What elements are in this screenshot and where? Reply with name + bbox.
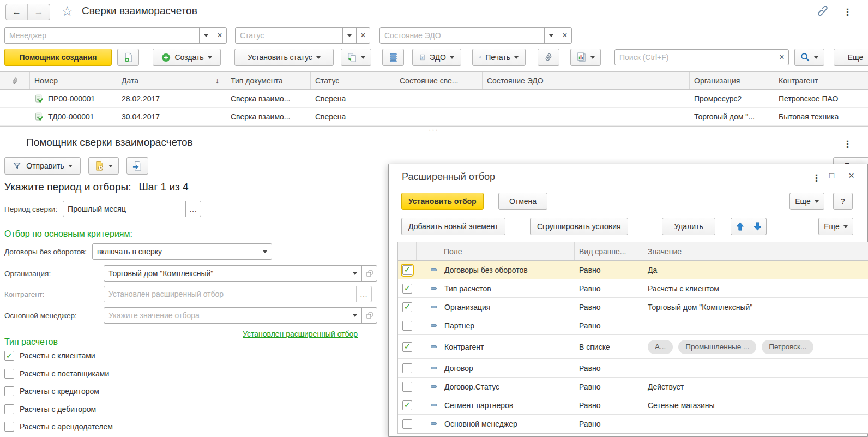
manager-filter-dropdown[interactable] (199, 28, 213, 43)
column-header-edo-state[interactable]: Состояние ЭДО (483, 72, 690, 89)
organization-input[interactable] (104, 266, 348, 281)
column-header-doc-type[interactable]: Тип документа (226, 72, 311, 89)
search-box[interactable]: × (614, 49, 789, 65)
close-icon[interactable]: × (848, 170, 854, 182)
move-up-button[interactable] (731, 218, 749, 235)
column-header-recon-state[interactable]: Состояние све... (395, 72, 483, 89)
column-header-status[interactable]: Статус (311, 72, 395, 89)
organization-field[interactable] (104, 265, 377, 282)
edo-state-filter[interactable]: × (379, 27, 572, 44)
counterparty-input[interactable] (104, 286, 356, 302)
period-field[interactable]: ... (63, 201, 201, 217)
status-filter-input[interactable] (236, 28, 342, 43)
column-header-date[interactable]: Дата ↓ (117, 72, 226, 89)
maximize-icon[interactable]: □ (829, 171, 834, 180)
condition-row[interactable]: Договор Равно (398, 359, 868, 378)
search-button[interactable] (794, 49, 824, 66)
set-status-button[interactable]: Установить статус (234, 49, 334, 66)
organization-dropdown[interactable] (348, 266, 361, 281)
main-manager-open-button[interactable] (361, 308, 377, 323)
register-button[interactable] (382, 49, 404, 66)
condition-row[interactable]: ✓ Сегмент партнеров Равно Сетевые магази… (398, 396, 868, 415)
main-manager-field[interactable] (104, 307, 377, 324)
new-document-button[interactable] (117, 49, 139, 66)
forward-button[interactable]: → (28, 4, 50, 20)
schedule-button[interactable] (88, 157, 119, 175)
attachments-button[interactable] (538, 49, 559, 66)
table-row[interactable]: ПР00-000001 28.02.2017 Сверка взаимо... … (0, 90, 868, 108)
creation-assistant-button[interactable]: Помощник создания (4, 49, 112, 66)
group-conditions-button[interactable]: Сгруппировать условия (530, 218, 628, 235)
condition-row[interactable]: ✓ Контрагент В списке А... Промышленные … (398, 335, 868, 359)
search-clear[interactable]: × (775, 50, 788, 65)
wizard-menu-icon[interactable]: ⋮ (843, 139, 852, 150)
dialog-more-button[interactable]: Еще (789, 193, 824, 210)
checkbox-row-suppliers[interactable]: Расчеты с поставщиками (4, 369, 109, 379)
checkbox[interactable]: ✓ (402, 302, 412, 312)
counterparty-choose-button[interactable]: ... (356, 286, 371, 302)
back-button[interactable]: ← (6, 4, 28, 20)
edo-state-filter-input[interactable] (380, 28, 544, 43)
column-header-value[interactable]: Значение (643, 242, 868, 260)
get-link-icon[interactable] (818, 6, 830, 20)
organization-open-button[interactable] (361, 266, 377, 281)
checkbox[interactable] (402, 419, 412, 429)
cancel-button[interactable]: Отмена (498, 193, 547, 210)
search-input[interactable] (615, 50, 775, 65)
condition-row[interactable]: ✓ Тип расчетов Равно Расчеты с клиентом (398, 279, 868, 298)
dialog-menu-icon[interactable]: ⋮ (812, 172, 821, 184)
checkbox-row-debtor[interactable]: Расчеты с дебитором (4, 404, 96, 414)
checkbox[interactable]: ✓ (402, 265, 412, 275)
condition-row[interactable]: ✓ Организация Равно Торговый дом "Компле… (398, 298, 868, 316)
reports-button[interactable] (570, 49, 601, 66)
delete-condition-button[interactable]: Удалить (662, 218, 715, 235)
condition-row[interactable]: Основной менеджер Равно (398, 415, 868, 433)
manager-filter[interactable]: × (4, 27, 227, 44)
checkbox[interactable]: ✓ (402, 284, 412, 294)
checkbox[interactable] (4, 386, 14, 396)
value-tag[interactable]: Петровск... (762, 340, 813, 354)
checkbox[interactable] (402, 321, 412, 331)
horizontal-splitter[interactable]: ··· (0, 126, 868, 135)
column-header-comparison[interactable]: Вид сравне... (575, 242, 643, 260)
main-manager-input[interactable] (104, 308, 348, 323)
period-input[interactable] (63, 201, 185, 217)
status-filter-clear[interactable]: × (356, 28, 370, 43)
value-tag[interactable]: А... (648, 340, 673, 354)
advanced-filter-link[interactable]: Установлен расширенный отбор (243, 330, 358, 338)
condition-row[interactable]: ✓ Договоры без оборотов Равно Да (398, 261, 868, 279)
fill-from-button[interactable] (341, 49, 371, 66)
checkbox[interactable] (4, 422, 14, 432)
checkbox[interactable] (4, 404, 14, 414)
status-filter-dropdown[interactable] (342, 28, 356, 43)
checkbox-row-clients[interactable]: ✓ Расчеты с клиентами (4, 351, 95, 361)
checkbox[interactable] (402, 363, 412, 373)
splitter-grip-icon[interactable]: ··· (429, 125, 439, 134)
edo-state-filter-dropdown[interactable] (544, 28, 558, 43)
edo-button[interactable]: ЭДО (412, 49, 461, 66)
conditions-more-button[interactable]: Еще (818, 218, 853, 235)
value-tag[interactable]: Промышленные ... (678, 340, 756, 354)
counterparty-field[interactable]: ... (104, 286, 372, 302)
column-header-field[interactable]: Поле (417, 242, 575, 260)
column-header-organization[interactable]: Организация (690, 72, 774, 89)
checkbox[interactable] (4, 369, 14, 379)
condition-row[interactable]: Договор.Статус Равно Действует (398, 378, 868, 396)
column-header-number[interactable]: Номер (30, 72, 117, 89)
create-button[interactable]: Создать (153, 49, 221, 66)
edo-state-filter-clear[interactable]: × (558, 28, 571, 43)
window-menu-icon[interactable]: ⋮ (843, 7, 852, 18)
list-more-button[interactable]: Еще (834, 49, 868, 66)
move-down-button[interactable] (749, 218, 767, 235)
manager-filter-input[interactable] (5, 28, 199, 43)
apply-filter-button[interactable]: Установить отбор (401, 193, 484, 210)
period-choose-button[interactable]: ... (185, 201, 201, 217)
status-filter[interactable]: × (235, 27, 370, 44)
print-button[interactable]: Печать (472, 49, 526, 66)
refill-button[interactable] (126, 157, 148, 175)
send-button[interactable]: Отправить (4, 157, 81, 175)
attachment-column-header[interactable] (0, 72, 30, 89)
contracts-select[interactable] (92, 243, 272, 260)
checkbox[interactable] (402, 382, 412, 392)
checkbox[interactable]: ✓ (402, 342, 412, 352)
